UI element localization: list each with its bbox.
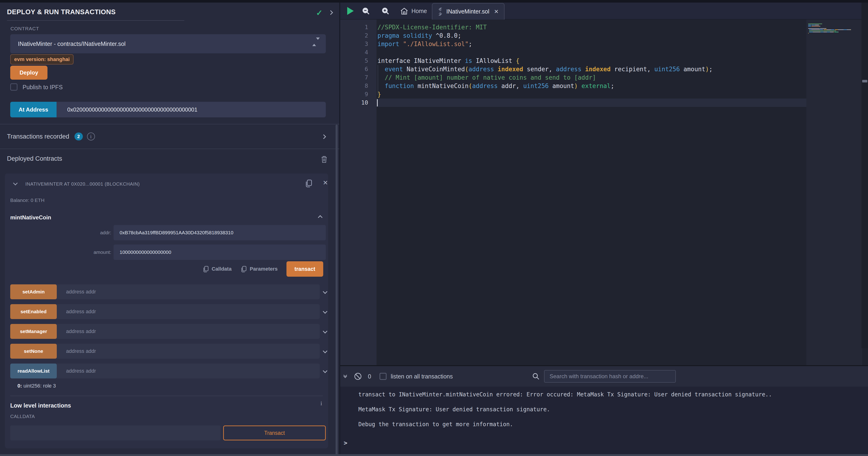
line-number-1: 1 <box>340 23 368 31</box>
clear-console-icon[interactable] <box>354 373 362 380</box>
line-number-5: 5 <box>340 57 368 65</box>
function-rows: setAdminsetEnabledsetManagersetNonereadA… <box>10 284 327 383</box>
editor-column: Home INativeMinter.sol ✕ 12345678910 //S… <box>340 3 868 455</box>
transactions-recorded-section[interactable]: Transactions recorded 2 i <box>0 124 339 149</box>
function-row-setEnabled: setEnabled <box>10 304 327 319</box>
addr-param-input[interactable] <box>114 225 326 240</box>
compile-success-check-icon: ✓ <box>316 8 323 18</box>
code-editor[interactable]: 12345678910 //SPDX-License-Identifier: M… <box>340 20 868 365</box>
at-address-button[interactable]: At Address <box>10 102 57 117</box>
copy-address-icon[interactable] <box>305 179 312 188</box>
terminal-header: 0 listen on all transactions <box>340 366 868 387</box>
deployed-contract-card: INATIVEMINTER AT 0X020...00001 (BLOCKCHA… <box>5 173 328 448</box>
title-underline <box>7 20 184 21</box>
terminal-prompt[interactable]: > <box>344 439 347 447</box>
minimap[interactable] <box>808 24 851 35</box>
tab-home[interactable]: Home <box>396 3 432 20</box>
terminal-output[interactable]: transact to INativeMinter.mintNativeCoin… <box>340 387 868 456</box>
transactions-count-badge: 2 <box>74 133 83 140</box>
code-line-9: } <box>377 90 381 98</box>
solidity-icon <box>437 8 443 16</box>
panel-collapse-icon[interactable] <box>328 10 333 15</box>
copy-calldata-button[interactable]: Calldata <box>203 265 232 273</box>
code-line-3: import "./IAllowList.sol"; <box>377 40 472 48</box>
copy-calldata-label: Calldata <box>212 266 232 272</box>
function-row-setManager: setManager <box>10 324 327 339</box>
zoom-in-icon[interactable] <box>381 7 390 16</box>
tab-inativeminter[interactable]: INativeMinter.sol ✕ <box>432 3 504 20</box>
terminal-log-3: Debug the transaction to get more inform… <box>359 421 513 428</box>
setManager-button[interactable]: setManager <box>10 324 57 339</box>
select-arrows-icon <box>312 40 320 44</box>
terminal-search-icon <box>532 372 540 380</box>
setAdmin-expand-icon[interactable] <box>323 289 328 294</box>
code-line-1: //SPDX-License-Identifier: MIT <box>377 23 487 31</box>
listen-all-checkbox[interactable] <box>379 373 386 380</box>
deployed-contracts-label: Deployed Contracts <box>7 155 62 162</box>
text-cursor <box>377 99 378 107</box>
editor-scrollbar[interactable] <box>862 3 868 348</box>
setNone-expand-icon[interactable] <box>323 349 328 353</box>
setEnabled-expand-icon[interactable] <box>323 309 328 314</box>
publish-ipfs-label: Publish to IPFS <box>23 84 63 91</box>
run-script-play-icon[interactable] <box>347 7 354 15</box>
contract-balance: Balance: 0 ETH <box>10 198 44 203</box>
calldata-input[interactable] <box>10 426 221 440</box>
line-number-7: 7 <box>340 74 368 82</box>
function-action-row: Calldata Parameters transact <box>5 261 323 277</box>
editor-scrollbar-thumb[interactable] <box>862 80 867 82</box>
low-level-info-icon[interactable]: i <box>320 400 322 407</box>
calldata-field-label: CALLDATA <box>10 414 35 419</box>
function-row-readAllowList: readAllowList <box>10 364 327 378</box>
line-number-6: 6 <box>340 65 368 74</box>
setEnabled-button[interactable]: setEnabled <box>10 304 57 319</box>
code-line-5: interface INativeMinter is IAllowList { <box>377 57 520 65</box>
listen-all-label: listen on all transactions <box>391 373 453 380</box>
publish-ipfs-checkbox[interactable] <box>10 83 18 91</box>
contract-label: CONTRACT <box>10 26 39 31</box>
low-level-interactions-label: Low level interactions <box>10 402 71 409</box>
tab-close-icon[interactable]: ✕ <box>494 8 499 15</box>
line-number-2: 2 <box>340 31 368 40</box>
zoom-out-icon[interactable] <box>362 7 370 16</box>
read-result: 0: uint256: role 3 <box>18 383 56 389</box>
transact-button[interactable]: transact <box>286 261 323 277</box>
contract-select[interactable]: INativeMinter - contracts/INativeMinter.… <box>10 34 326 53</box>
readAllowList-button[interactable]: readAllowList <box>10 364 57 378</box>
code-line-2: pragma solidity ^0.8.0; <box>377 31 461 40</box>
window-top-strip <box>0 0 868 3</box>
copy-parameters-button[interactable]: Parameters <box>240 265 278 273</box>
addr-param-label: addr: <box>69 230 111 235</box>
line-number-10: 10 <box>340 98 368 107</box>
function-collapse-icon[interactable] <box>318 215 322 220</box>
editor-tabbar: Home INativeMinter.sol ✕ <box>340 3 868 20</box>
terminal-log-1: transact to INativeMinter.mintNativeCoin… <box>359 391 772 398</box>
at-address-row: At Address <box>10 102 326 117</box>
setAdmin-button[interactable]: setAdmin <box>10 284 57 299</box>
remove-contract-icon[interactable]: ✕ <box>323 179 328 187</box>
terminal-search-input[interactable] <box>544 370 676 382</box>
evm-version-badge: evm version: shanghai <box>10 54 73 64</box>
at-address-input[interactable] <box>57 102 326 117</box>
code-line-6: event NativeCoinMinted(address indexed s… <box>377 65 713 74</box>
clear-contracts-trash-icon[interactable] <box>321 155 328 163</box>
amount-param-input[interactable] <box>114 245 326 260</box>
amount-param-label: amount: <box>69 250 111 255</box>
contract-select-value: INativeMinter - contracts/INativeMinter.… <box>18 40 126 47</box>
code-line-7: // Mint [amount] number of native coins … <box>377 74 596 82</box>
window-bottom-strip <box>0 454 868 456</box>
contract-collapse-icon[interactable] <box>13 181 18 186</box>
deploy-run-panel: DEPLOY & RUN TRANSACTIONS ✓ CONTRACT INa… <box>0 3 339 454</box>
terminal-expand-icon[interactable] <box>344 375 346 377</box>
readAllowList-expand-icon[interactable] <box>323 368 328 373</box>
info-icon[interactable]: i <box>87 133 95 140</box>
deploy-button[interactable]: Deploy <box>10 66 48 80</box>
transactions-expand-icon[interactable] <box>321 134 326 139</box>
panel-scrollbar[interactable] <box>336 124 338 455</box>
panel-title: DEPLOY & RUN TRANSACTIONS <box>7 8 116 16</box>
low-level-transact-button[interactable]: Transact <box>223 426 326 440</box>
line-number-9: 9 <box>340 90 368 98</box>
contract-instance-title: INATIVEMINTER AT 0X020...00001 (BLOCKCHA… <box>25 181 140 187</box>
setNone-button[interactable]: setNone <box>10 344 57 359</box>
setManager-expand-icon[interactable] <box>323 329 328 334</box>
